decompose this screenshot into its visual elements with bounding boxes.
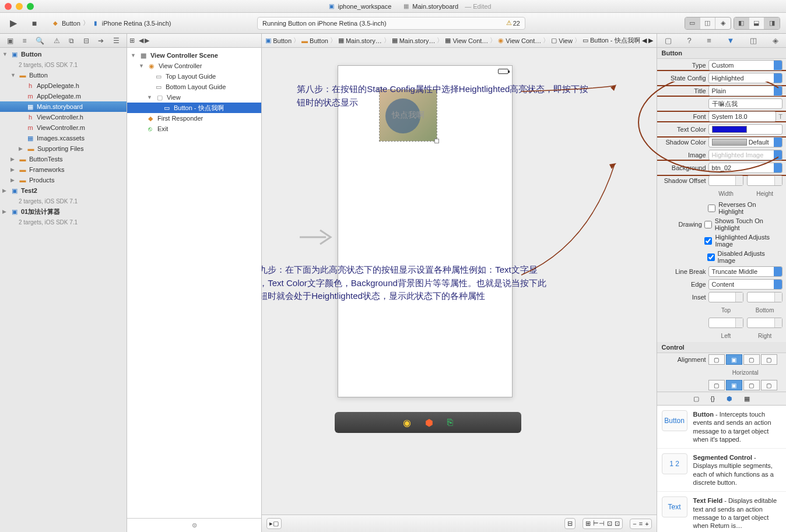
h-align-segment[interactable]: ▢▣▢▢: [708, 354, 777, 365]
assets-icon: ▦: [26, 134, 35, 142]
font-field[interactable]: System 18.0: [708, 111, 777, 122]
file-row-selected[interactable]: ▦Main.storyboard: [0, 101, 127, 112]
panel-toggle-segment[interactable]: ◧⬓◨: [734, 17, 780, 30]
disabled-adjusts-checkbox[interactable]: Disabled Adjusts Image: [707, 250, 783, 264]
battery-icon: [498, 69, 508, 74]
outline-filter[interactable]: ⊜: [127, 518, 261, 532]
layout-button[interactable]: ⊟: [564, 518, 576, 529]
file-row[interactable]: hAppDelegate.h: [0, 80, 127, 91]
text-color-field[interactable]: [708, 124, 783, 135]
outline-toolbar[interactable]: ⊞ ◀▶: [127, 34, 261, 48]
jump-bar[interactable]: ▣Button〉 ▬Button〉 ▦Main.story…〉 ▦Main.st…: [262, 34, 656, 48]
responder-row[interactable]: ◆First Responder: [127, 113, 261, 124]
canvas-area[interactable]: 快点我啊 第八步：在按钮的State Config属性中选择Heightligh…: [262, 48, 656, 515]
exit-row[interactable]: ⎋Exit: [127, 124, 261, 134]
stop-sim-icon[interactable]: ◉: [403, 417, 411, 428]
color-swatch: [712, 139, 747, 146]
project-icon: ▣: [10, 50, 19, 58]
inspector-tabs[interactable]: ▢?≡▼◫◈: [657, 34, 786, 48]
folder-icon[interactable]: ▣: [7, 37, 13, 45]
share-icon[interactable]: ⎘: [447, 417, 453, 428]
zoom-buttons[interactable]: −=+: [630, 519, 651, 529]
project-navigator: ▣≡🔍⚠⧉⊟➔☰ ▼▣Button 2 targets, iOS SDK 7.1…: [0, 34, 127, 532]
guide-row[interactable]: ▭Bottom Layout Guide: [127, 82, 261, 92]
editor-mode-segment[interactable]: ▭◫◈: [685, 17, 731, 30]
offset-height-input[interactable]: 0: [747, 175, 783, 186]
button-row-selected[interactable]: ▭Button - 快点我啊: [127, 103, 261, 113]
image-field[interactable]: Highlighted Image: [708, 150, 783, 160]
shadow-color-field[interactable]: Default: [708, 137, 783, 147]
highlighted-adjusts-checkbox[interactable]: Highlighted Adjusts Image: [704, 234, 783, 248]
folder-row[interactable]: ▶▬Products: [0, 175, 127, 185]
line-break-dropdown[interactable]: Truncate Middle: [708, 266, 783, 277]
traffic-lights: [5, 3, 34, 10]
file-row[interactable]: hViewController.h: [0, 112, 127, 122]
zoom-icon[interactable]: [27, 3, 34, 10]
document-outline: ⊞ ◀▶ ▼▦View Controller Scene ▼◉View Cont…: [127, 34, 262, 532]
file-row[interactable]: ▦Images.xcassets: [0, 133, 127, 143]
folder-row[interactable]: ▶▬ButtonTests: [0, 154, 127, 164]
navigator-tabs[interactable]: ▣≡🔍⚠⧉⊟➔☰: [0, 34, 127, 48]
warning-badge[interactable]: ⚠22: [506, 19, 520, 27]
cube-icon[interactable]: ⬢: [425, 417, 433, 428]
folder-icon: ▬: [18, 155, 27, 163]
run-button[interactable]: ▶: [6, 17, 21, 30]
reverses-checkbox[interactable]: Reverses On Highlight: [708, 201, 783, 215]
library-tabs[interactable]: ▢{}⬢▦: [657, 392, 786, 406]
device-icon: ▮: [92, 19, 100, 27]
file-row[interactable]: mAppDelegate.m: [0, 91, 127, 101]
color-swatch: [712, 126, 747, 133]
minimize-icon[interactable]: [16, 3, 23, 10]
library-item[interactable]: TextText Field - Displays editable text …: [657, 492, 786, 532]
project-row[interactable]: ▶▣Test2: [0, 185, 127, 196]
folder-row[interactable]: ▶▬Supporting Files: [0, 143, 127, 154]
close-icon[interactable]: [5, 3, 12, 10]
project-row[interactable]: ▶▣01加法计算器: [0, 206, 127, 217]
project-icon: ▣: [10, 186, 19, 195]
inset-bottom-input[interactable]: 0: [747, 292, 783, 302]
shows-touch-checkbox[interactable]: Shows Touch On Highlight: [704, 217, 783, 231]
inset-right-input[interactable]: 0: [747, 318, 783, 328]
view-row[interactable]: ▼▢View: [127, 92, 261, 103]
outline-toggle[interactable]: ▸▢: [266, 518, 282, 529]
inspector-panel: ▢?≡▼◫◈ Button TypeCustom State ConfigHig…: [657, 34, 786, 532]
state-config-dropdown[interactable]: Highlighted: [708, 73, 783, 83]
simulator-dock: ◉ ⬢ ⎘: [335, 412, 521, 433]
stop-button[interactable]: ■: [27, 17, 42, 30]
vc-row[interactable]: ▼◉View Controller: [127, 61, 261, 71]
type-dropdown[interactable]: Custom: [708, 60, 783, 71]
project-row[interactable]: ▼▣Button: [0, 49, 127, 59]
iphone-view[interactable]: 快点我啊: [338, 65, 513, 397]
textfield-lib-icon: Text: [662, 496, 687, 517]
inset-left-input[interactable]: 0: [708, 318, 744, 328]
edge-dropdown[interactable]: Content: [708, 279, 783, 290]
folder-row[interactable]: ▶▬Frameworks: [0, 164, 127, 175]
constraint-buttons[interactable]: ⊞⊢⊣⊡⊡: [583, 518, 623, 529]
library-item[interactable]: ButtonButton - Intercepts touch events a…: [657, 406, 786, 449]
title-type-dropdown[interactable]: Plain: [708, 86, 783, 96]
vc-icon: ◉: [147, 62, 156, 70]
segue-arrow-icon: [297, 226, 338, 249]
storyboard-canvas: ▣Button〉 ▬Button〉 ▦Main.story…〉 ▦Main.st…: [262, 34, 656, 532]
file-row[interactable]: mViewController.m: [0, 122, 127, 133]
folder-row[interactable]: ▼▬Button: [0, 70, 127, 80]
scene-row[interactable]: ▼▦View Controller Scene: [127, 50, 261, 61]
guide-row[interactable]: ▭Top Layout Guide: [127, 71, 261, 82]
impl-icon: m: [26, 124, 35, 132]
offset-width-input[interactable]: 0: [708, 175, 744, 186]
inset-top-input[interactable]: 0: [708, 292, 744, 302]
scene-icon: ▦: [139, 51, 148, 59]
annotation-step8: 第八步：在按钮的State Config属性中选择Heightlighted高亮…: [297, 83, 594, 109]
annotation-step9: 第九步：在下面为此高亮状态下的按钮显示设置各种属性例如：Text文字显示，Tex…: [262, 263, 553, 303]
button-icon: ▭: [162, 104, 171, 112]
exit-icon: ⎋: [146, 125, 155, 133]
folder-icon: ▬: [18, 71, 27, 79]
app-icon: ◆: [51, 19, 59, 27]
v-align-segment[interactable]: ▢▣▢▢: [708, 380, 777, 390]
library-item[interactable]: 1 2Segmented Control - Displays multiple…: [657, 449, 786, 492]
font-chooser-icon[interactable]: T: [778, 113, 783, 120]
background-field[interactable]: btn_02: [708, 163, 783, 173]
scheme-selector[interactable]: ◆ Button 〉 ▮ iPhone Retina (3.5-inch): [48, 17, 174, 29]
guide-icon: ▭: [154, 72, 163, 80]
title-text-input[interactable]: 干嘛点我: [708, 98, 783, 109]
